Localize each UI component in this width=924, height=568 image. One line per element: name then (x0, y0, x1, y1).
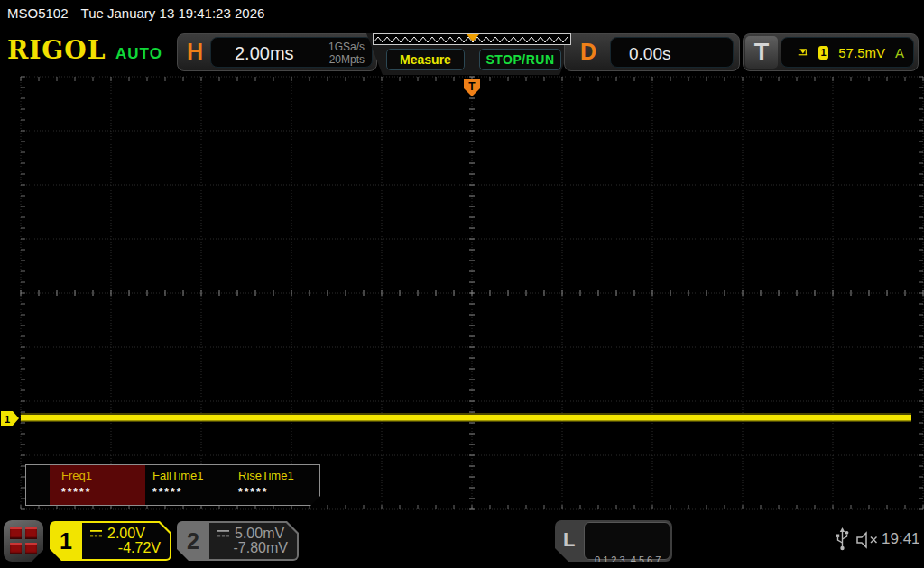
acquisition-mode-label: AUTO (116, 45, 162, 63)
overview-position-marker[interactable] (467, 34, 479, 41)
speaker-muted-icon[interactable] (855, 531, 880, 549)
trigger-panel[interactable]: T 1 57.5mV A (743, 33, 919, 71)
horizontal-inner: 2.00ms 1GSa/s 20Mpts (210, 37, 373, 68)
quick-menu-button[interactable] (4, 520, 43, 562)
logic-label: L (563, 528, 575, 552)
channel2-number: 2 (177, 521, 209, 561)
measurement-value: ***** (61, 486, 145, 499)
trigger-status: A (895, 45, 904, 60)
trigger-slope-falling-icon (798, 46, 808, 59)
trigger-inner: 1 57.5mV A (781, 37, 914, 68)
measure-button[interactable]: Measure (386, 49, 465, 70)
channel1-offset: -4.72V (118, 540, 161, 556)
channel2-offset: -7.80mV (234, 540, 288, 556)
dc-coupling-icon (89, 529, 103, 538)
clock-display: 19:41 (882, 530, 920, 548)
rigol-logo: RIGOL (7, 35, 106, 65)
horizontal-label: H (187, 39, 203, 65)
stop-run-button[interactable]: STOP/RUN (479, 49, 561, 70)
sample-rate-depth: 1GSa/s 20Mpts (328, 41, 365, 66)
measurement-item-freq1[interactable]: Freq1 ***** (50, 465, 145, 505)
grid-lines (21, 77, 923, 509)
measurement-results-panel: Freq1 ***** FallTime1 ***** RiseTime1 **… (25, 464, 320, 506)
menu-grid-icon (25, 543, 37, 554)
model-name: MSO5102 (7, 5, 69, 21)
trigger-source-badge: 1 (818, 46, 829, 60)
trigger-label: T (745, 36, 778, 69)
measurement-value: ***** (238, 486, 317, 499)
measurement-item-risetime1[interactable]: RiseTime1 ***** (231, 465, 317, 505)
dc-coupling-icon (217, 529, 230, 538)
menu-grid-icon (25, 527, 37, 539)
logic-row1: 0 1 2 3 4 5 6 7 (595, 554, 670, 567)
measurement-item-falltime1[interactable]: FallTime1 ***** (145, 465, 231, 505)
channel1-number: 1 (50, 521, 82, 561)
channel2-info: 5.00mV -7.80mV (209, 523, 297, 559)
memory-depth: 20Mpts (328, 53, 365, 66)
measurement-value: ***** (152, 486, 231, 499)
delay-inner: 0.00s (610, 37, 734, 68)
waveform-overview-strip[interactable] (373, 33, 571, 45)
menu-grid-icon (10, 527, 22, 539)
waveform-display-area[interactable]: T 1 (0, 76, 924, 510)
timebase-value: 2.00ms (235, 43, 294, 64)
measurement-name: Freq1 (61, 469, 145, 482)
oscilloscope-screen: MSO5102Tue January 13 19:41:23 2026 RIGO… (0, 0, 924, 568)
model-and-datetime: MSO5102Tue January 13 19:41:23 2026 (7, 5, 264, 21)
header-bar: RIGOL AUTO H 2.00ms 1GSa/s 20Mpts Measur… (0, 27, 924, 76)
logic-channels-widget[interactable]: L 0 1 2 3 4 5 6 7 8 9 1011 12131415 (555, 520, 672, 562)
delay-value: 0.00s (629, 44, 670, 64)
channel1-ground-marker[interactable]: 1 (1, 411, 19, 426)
channel1-info: 2.00V -4.72V (82, 523, 170, 559)
top-status-bar: MSO5102Tue January 13 19:41:23 2026 (0, 0, 924, 27)
graticule-svg: T 1 (0, 76, 924, 510)
bottom-status-bar: 1 2.00V -4.72V 2 (0, 512, 924, 568)
measurement-name: RiseTime1 (238, 469, 317, 482)
channel1-trace[interactable] (21, 415, 911, 421)
horizontal-settings-panel[interactable]: H 2.00ms 1GSa/s 20Mpts (177, 33, 377, 71)
trigger-position-marker[interactable]: T (464, 79, 480, 96)
logic-channel-numbers: 0 1 2 3 4 5 6 7 8 9 1011 12131415 (584, 522, 670, 560)
datetime: Tue January 13 19:41:23 2026 (81, 5, 265, 21)
delay-label: D (580, 39, 596, 65)
channel2-widget[interactable]: 2 5.00mV -7.80mV (177, 521, 299, 561)
sample-rate: 1GSa/s (328, 41, 365, 53)
trigger-marker-letter: T (468, 80, 476, 93)
trigger-level-value: 57.5mV (838, 45, 885, 60)
channel1-widget[interactable]: 1 2.00V -4.72V (50, 521, 171, 561)
usb-icon (836, 527, 849, 552)
delay-panel[interactable]: D 0.00s (564, 33, 740, 71)
measurement-name: FallTime1 (152, 469, 231, 482)
channel1-marker-number: 1 (5, 414, 10, 425)
menu-grid-icon (10, 543, 22, 554)
